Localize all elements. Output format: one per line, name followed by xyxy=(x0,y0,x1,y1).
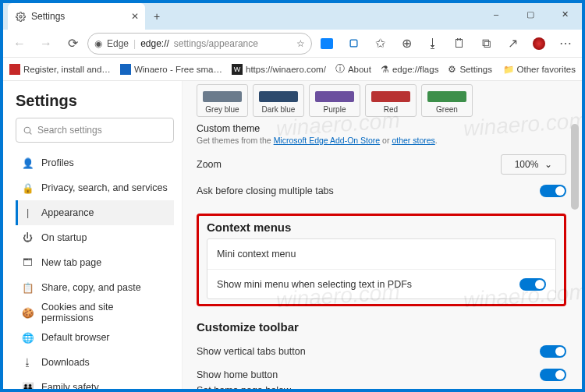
refresh-button[interactable]: ⟳ xyxy=(61,32,84,55)
menu-button[interactable]: ⋯ xyxy=(554,32,577,55)
browser-tab[interactable]: Settings ✕ xyxy=(8,3,145,30)
color-swatch-purple[interactable]: Purple xyxy=(309,84,360,117)
bookmarks-bar: Register, install and… Winaero - Free sm… xyxy=(3,58,582,81)
sidebar-item-label: Appearance xyxy=(41,207,94,218)
collections-icon[interactable]: ⊕ xyxy=(395,32,418,55)
search-icon xyxy=(23,125,33,136)
custom-theme-sub: Get themes from the Microsoft Edge Add-O… xyxy=(197,136,566,145)
sidebar-item-on-startup[interactable]: ⏻On startup xyxy=(16,225,174,250)
sidebar-item-label: Share, copy, and paste xyxy=(41,282,141,293)
home-button-toggle[interactable] xyxy=(540,369,566,381)
nav-icon: 👤 xyxy=(22,157,34,169)
profile-icon[interactable] xyxy=(527,32,551,55)
ext-icon-2[interactable] xyxy=(342,32,365,55)
titlebar: Settings ✕ + – ▢ ✕ xyxy=(3,3,582,30)
maximize-button[interactable]: ▢ xyxy=(513,3,548,25)
context-menus-title: Context menus xyxy=(207,221,556,234)
nav-icon: 🍪 xyxy=(22,307,34,319)
mini-context-menu-row[interactable]: Mini context menu xyxy=(207,239,555,269)
zoom-dropdown[interactable]: 100% ⌄ xyxy=(501,154,566,175)
bookmark-5[interactable]: ⚗edge://flags xyxy=(381,64,438,75)
address-path: settings/appearance xyxy=(174,38,258,49)
sidebar-item-label: Default browser xyxy=(41,332,110,343)
favorite-star-icon[interactable]: ☆ xyxy=(296,38,305,49)
svg-rect-1 xyxy=(350,40,357,47)
bookmark-4[interactable]: ⓘAbout xyxy=(335,63,371,75)
back-button[interactable]: ← xyxy=(8,32,31,55)
tab-title: Settings xyxy=(31,11,65,22)
sidebar-item-family-safety[interactable]: 👪Family safety xyxy=(16,375,174,389)
sidebar-item-downloads[interactable]: ⭳Downloads xyxy=(16,350,174,375)
mini-menu-pdf-row: Show mini menu when selecting text in PD… xyxy=(207,269,555,298)
forward-button[interactable]: → xyxy=(34,32,58,55)
nav-icon: 🔒 xyxy=(22,182,34,194)
sidebar-item-label: Cookies and site permissions xyxy=(41,302,168,323)
new-tab-button[interactable]: + xyxy=(145,10,168,23)
svg-line-3 xyxy=(30,132,31,133)
context-menus-section: Context menus Mini context menu Show min… xyxy=(197,214,566,306)
sidebar-item-label: Profiles xyxy=(41,157,74,168)
bookmark-6[interactable]: ⚙Settings xyxy=(448,64,492,75)
ext-icon-3[interactable]: 🗒 xyxy=(448,32,471,55)
svg-point-0 xyxy=(19,15,21,17)
search-input[interactable]: Search settings xyxy=(16,118,174,143)
sidebar-item-share-copy-and-paste[interactable]: 📋Share, copy, and paste xyxy=(16,275,174,300)
sidebar-item-default-browser[interactable]: 🌐Default browser xyxy=(16,325,174,350)
addon-store-link[interactable]: Microsoft Edge Add-On Store xyxy=(274,136,381,145)
nav-icon: ⭳ xyxy=(22,357,34,369)
bookmark-1[interactable]: Register, install and… xyxy=(9,64,111,75)
sidebar-item-profiles[interactable]: 👤Profiles xyxy=(16,150,174,175)
extensions-icon[interactable]: ⧉ xyxy=(474,32,498,55)
other-stores-link[interactable]: other stores xyxy=(392,136,434,145)
ask-close-tabs-toggle[interactable] xyxy=(540,185,566,197)
vertical-tabs-toggle[interactable] xyxy=(540,345,566,358)
window-close-button[interactable]: ✕ xyxy=(548,3,582,25)
main-panel: winaero.com winaero.com winaero.com wina… xyxy=(183,81,582,389)
scrollbar[interactable] xyxy=(569,81,580,389)
scroll-thumb[interactable] xyxy=(571,124,579,210)
toolbar: ← → ⟳ ◉ Edge | edge://settings/appearanc… xyxy=(3,30,582,58)
share-icon[interactable]: ↗ xyxy=(501,32,524,55)
settings-title: Settings xyxy=(16,92,174,110)
sidebar-item-appearance[interactable]: |Appearance xyxy=(16,200,174,225)
mini-menu-pdf-toggle[interactable] xyxy=(519,278,546,291)
color-swatch-green[interactable]: Green xyxy=(421,84,473,117)
color-swatch-dark-blue[interactable]: Dark blue xyxy=(253,84,304,117)
nav-icon: 🌐 xyxy=(22,332,34,344)
gear-icon xyxy=(14,10,27,23)
sidebar-item-label: On startup xyxy=(41,232,87,243)
nav-icon: 👪 xyxy=(22,382,34,390)
ask-close-tabs-label: Ask before closing multiple tabs xyxy=(197,185,334,196)
sidebar-item-cookies-and-site-permissions[interactable]: 🍪Cookies and site permissions xyxy=(16,300,174,325)
customize-toolbar-title: Customize toolbar xyxy=(197,320,566,334)
bookmark-2[interactable]: Winaero - Free sma… xyxy=(120,64,222,75)
address-protocol: edge:// xyxy=(140,38,169,49)
chevron-down-icon: ⌄ xyxy=(544,159,552,170)
minimize-button[interactable]: – xyxy=(479,3,513,25)
address-bar[interactable]: ◉ Edge | edge://settings/appearance ☆ xyxy=(87,33,312,55)
sidebar-item-label: New tab page xyxy=(41,257,101,268)
nav-icon: | xyxy=(22,207,34,219)
nav-icon: 🗔 xyxy=(22,257,34,269)
other-favorites[interactable]: 📁Other favorites xyxy=(503,64,576,75)
sidebar-item-label: Privacy, search, and services xyxy=(41,182,168,193)
downloads-icon[interactable]: ⭳ xyxy=(421,32,445,55)
content: Settings Search settings 👤Profiles🔒Priva… xyxy=(3,81,582,389)
color-swatch-red[interactable]: Red xyxy=(365,84,417,117)
custom-theme-label: Custom theme xyxy=(197,123,566,134)
sidebar-item-new-tab-page[interactable]: 🗔New tab page xyxy=(16,250,174,275)
color-swatch-grey-blue[interactable]: Grey blue xyxy=(197,84,248,117)
zoom-label: Zoom xyxy=(197,159,222,170)
ext-icon-1[interactable] xyxy=(315,32,339,55)
sidebar-item-label: Family safety xyxy=(41,382,99,389)
favorites-icon[interactable]: ✩ xyxy=(368,32,392,55)
settings-sidebar: Settings Search settings 👤Profiles🔒Priva… xyxy=(3,81,183,389)
sidebar-item-privacy-search-and-services[interactable]: 🔒Privacy, search, and services xyxy=(16,175,174,200)
bookmark-3[interactable]: Whttps://winaero.com/ xyxy=(232,64,326,75)
home-button-label: Show home button xyxy=(197,369,278,380)
sidebar-item-label: Downloads xyxy=(41,357,90,368)
tab-close-icon[interactable]: ✕ xyxy=(131,11,139,22)
vertical-tabs-label: Show vertical tabs button xyxy=(197,346,306,357)
nav-icon: ⏻ xyxy=(22,232,34,244)
nav-icon: 📋 xyxy=(22,282,34,294)
